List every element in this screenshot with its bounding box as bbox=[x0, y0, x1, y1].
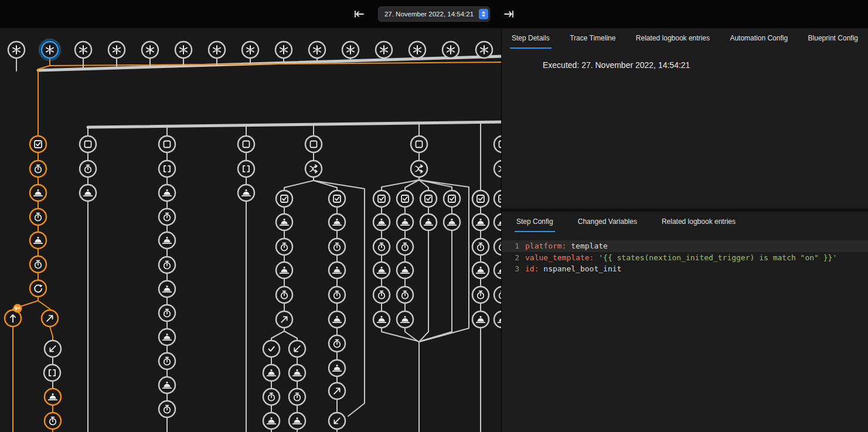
trace-node-dome[interactable] bbox=[329, 262, 345, 278]
trace-node-dome[interactable] bbox=[329, 214, 345, 230]
previous-run-button[interactable] bbox=[351, 8, 367, 21]
trace-node-checkbox[interactable] bbox=[276, 191, 292, 207]
trace-node-arrow-down-left[interactable] bbox=[45, 341, 61, 357]
yaml-editor[interactable]: 1platform: template2value_template: '{{ … bbox=[502, 232, 868, 432]
tab-step-details[interactable]: Step Details bbox=[510, 28, 552, 49]
trace-node-timer[interactable] bbox=[373, 287, 390, 303]
trace-node-timer[interactable] bbox=[276, 239, 292, 255]
trace-node-timer[interactable] bbox=[329, 335, 345, 352]
trace-node-timer[interactable] bbox=[472, 287, 489, 303]
trace-node-dome[interactable] bbox=[472, 214, 489, 230]
tab-related-logbook-entries[interactable]: Related logbook entries bbox=[634, 28, 712, 49]
trace-node-arrow-down-left[interactable] bbox=[289, 341, 305, 357]
tab-changed-variables[interactable]: Changed Variables bbox=[576, 212, 639, 232]
trace-node-asterisk[interactable] bbox=[142, 42, 158, 58]
trace-node-dome[interactable] bbox=[444, 214, 460, 230]
trace-node-timer[interactable] bbox=[159, 257, 175, 273]
trace-node-timer[interactable] bbox=[80, 161, 96, 177]
trace-node-asterisk[interactable] bbox=[175, 42, 192, 58]
trace-node-shuffle[interactable] bbox=[411, 161, 427, 177]
trace-node-dome[interactable] bbox=[397, 262, 413, 278]
trace-node-dome[interactable] bbox=[159, 185, 175, 201]
trace-node-asterisk[interactable] bbox=[476, 42, 492, 58]
trace-node-dome[interactable] bbox=[472, 311, 489, 328]
trace-node-square[interactable] bbox=[238, 136, 254, 152]
code-line[interactable]: 3id: nspanel_boot_init bbox=[502, 263, 868, 275]
trace-node-dome[interactable] bbox=[238, 185, 254, 201]
trace-node-shuffle[interactable] bbox=[305, 161, 322, 177]
trace-node-arrow-up-right[interactable] bbox=[42, 310, 58, 326]
trace-node-asterisk[interactable] bbox=[309, 42, 325, 58]
trace-node-dome[interactable] bbox=[30, 185, 46, 201]
trace-node-dome[interactable] bbox=[159, 329, 175, 345]
trace-node-checkbox[interactable] bbox=[444, 191, 460, 207]
trace-node-arrow-down-left[interactable] bbox=[329, 413, 345, 429]
trace-node-asterisk[interactable] bbox=[108, 42, 125, 58]
trace-node-timer[interactable] bbox=[159, 209, 175, 225]
tab-trace-timeline[interactable]: Trace Timeline bbox=[568, 28, 617, 49]
trace-node-timer[interactable] bbox=[472, 239, 489, 255]
trace-node-dome[interactable] bbox=[80, 185, 96, 201]
trace-node-timer[interactable] bbox=[30, 161, 46, 177]
trace-node-dome[interactable] bbox=[159, 281, 175, 297]
trace-node-dome[interactable] bbox=[276, 262, 292, 278]
trace-node-checkbox[interactable] bbox=[30, 136, 46, 152]
trace-node-timer[interactable] bbox=[329, 239, 345, 255]
tab-blueprint-config[interactable]: Blueprint Config bbox=[806, 28, 860, 49]
trace-node-timer[interactable] bbox=[30, 209, 46, 225]
trace-node-square[interactable] bbox=[305, 136, 322, 152]
trace-node-timer[interactable] bbox=[289, 389, 305, 405]
trace-node-asterisk[interactable] bbox=[376, 42, 392, 58]
tab-related-logbook-entries[interactable]: Related logbook entries bbox=[660, 212, 737, 232]
trace-node-brackets[interactable] bbox=[159, 161, 175, 177]
trace-node-dome[interactable] bbox=[329, 311, 345, 328]
trace-node-timer[interactable] bbox=[159, 353, 175, 369]
trace-node-brackets[interactable] bbox=[44, 365, 60, 381]
trace-node-asterisk[interactable] bbox=[342, 42, 359, 58]
code-line[interactable]: 1platform: template bbox=[502, 240, 868, 252]
trace-node-asterisk[interactable] bbox=[209, 42, 225, 58]
trace-node-checkbox[interactable] bbox=[420, 191, 437, 207]
trace-node-dome[interactable] bbox=[45, 389, 61, 405]
trace-node-dome[interactable] bbox=[373, 262, 390, 278]
trace-node-timer[interactable] bbox=[373, 239, 390, 255]
trace-node-dome[interactable] bbox=[289, 413, 305, 429]
trace-node-dome[interactable] bbox=[263, 365, 280, 381]
trace-node-square[interactable] bbox=[411, 136, 427, 152]
trace-node-square[interactable] bbox=[80, 136, 96, 152]
trace-node-square[interactable] bbox=[159, 136, 175, 152]
trace-node-timer[interactable] bbox=[159, 305, 175, 321]
code-line[interactable]: 2value_template: '{{ states(nextion_init… bbox=[502, 252, 868, 264]
trace-node-dome[interactable] bbox=[373, 311, 390, 328]
trace-node-dome[interactable] bbox=[397, 214, 413, 230]
run-select[interactable]: 27. November 2022, 14:54:21 bbox=[378, 6, 490, 22]
trace-node-asterisk[interactable] bbox=[242, 42, 258, 58]
tab-step-config[interactable]: Step Config bbox=[515, 212, 555, 232]
trace-node-timer[interactable] bbox=[397, 239, 413, 255]
trace-node-timer[interactable] bbox=[30, 256, 46, 273]
trace-node-asterisk[interactable] bbox=[75, 42, 91, 58]
trace-node-timer[interactable] bbox=[397, 287, 413, 303]
trace-node-asterisk[interactable] bbox=[409, 42, 426, 58]
trace-node-checkbox[interactable] bbox=[329, 191, 345, 207]
trace-node-dome[interactable] bbox=[397, 311, 413, 328]
trace-node-dome[interactable] bbox=[159, 377, 175, 393]
tab-automation-config[interactable]: Automation Config bbox=[728, 28, 789, 49]
trace-node-asterisk[interactable] bbox=[40, 40, 60, 60]
trace-node-dome[interactable] bbox=[329, 360, 345, 376]
trace-node-arrow-up-right[interactable] bbox=[276, 311, 292, 328]
trace-node-brackets[interactable] bbox=[238, 161, 254, 177]
trace-node-checkbox[interactable] bbox=[472, 191, 489, 207]
trace-node-dome[interactable] bbox=[289, 365, 305, 381]
trace-node-refresh[interactable] bbox=[30, 280, 46, 297]
trace-node-asterisk[interactable] bbox=[442, 42, 459, 58]
trace-node-checkbox[interactable] bbox=[373, 191, 390, 207]
trace-node-dome[interactable] bbox=[373, 214, 390, 230]
trace-node-dome[interactable] bbox=[472, 262, 489, 278]
trace-node-checkbox[interactable] bbox=[397, 191, 413, 207]
trace-node-asterisk[interactable] bbox=[8, 42, 25, 58]
trace-node-dome[interactable] bbox=[159, 232, 175, 249]
trace-node-dome[interactable] bbox=[263, 413, 280, 429]
trace-node-timer[interactable] bbox=[263, 389, 280, 405]
trace-node-dome[interactable] bbox=[30, 232, 46, 249]
